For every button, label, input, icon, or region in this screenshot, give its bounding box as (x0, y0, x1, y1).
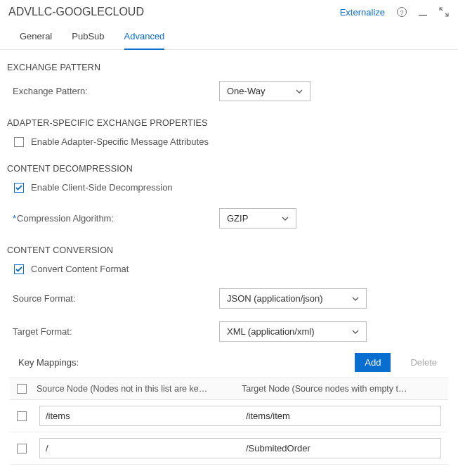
tab-general[interactable]: General (20, 27, 52, 49)
section-log-setting: LOG SETTING (0, 465, 458, 476)
table-row (10, 432, 448, 465)
compression-algo-label: Compression Algorithm: (8, 213, 219, 224)
row-checkbox[interactable] (17, 411, 27, 421)
convert-content-label: Convert Content Format (31, 264, 129, 274)
minimize-icon[interactable] (417, 6, 428, 18)
table-row (10, 400, 448, 432)
tabs: General PubSub Advanced (0, 18, 458, 50)
delete-button[interactable]: Delete (400, 353, 447, 372)
add-button[interactable]: Add (355, 353, 391, 372)
section-content-decomp: CONTENT DECOMPRESSION (0, 151, 458, 178)
exchange-pattern-value: One-Way (227, 86, 265, 96)
target-node-input[interactable] (240, 439, 440, 458)
key-mappings-table: Source Node (Nodes not in this list are … (10, 378, 448, 465)
target-format-select[interactable]: XML (application/xml) (219, 321, 367, 342)
source-node-input[interactable] (40, 406, 240, 425)
select-all-checkbox[interactable] (17, 384, 27, 394)
compression-algo-value: GZIP (227, 213, 248, 224)
chevron-down-icon (282, 215, 289, 222)
convert-content-checkbox[interactable] (14, 264, 24, 274)
enable-adapter-attr-checkbox[interactable] (14, 137, 24, 147)
chevron-down-icon (296, 88, 303, 95)
enable-adapter-attr-label: Enable Adapter-Specific Message Attribut… (31, 136, 209, 147)
target-node-input[interactable] (240, 406, 440, 425)
section-adapter-props: ADAPTER-SPECIFIC EXCHANGE PROPERTIES (0, 105, 458, 132)
svg-text:?: ? (400, 9, 403, 16)
key-mappings-label: Key Mappings: (18, 357, 355, 368)
source-node-input[interactable] (40, 439, 240, 458)
source-format-label: Source Format: (8, 293, 219, 304)
row-checkbox[interactable] (17, 444, 27, 454)
source-format-select[interactable]: JSON (application/json) (219, 288, 367, 309)
externalize-link[interactable]: Externalize (340, 7, 385, 18)
enable-client-decomp-checkbox[interactable] (14, 183, 24, 193)
help-icon[interactable]: ? (396, 6, 407, 18)
tab-advanced[interactable]: Advanced (124, 27, 165, 50)
compression-algo-select[interactable]: GZIP (219, 208, 296, 229)
svg-rect-2 (419, 15, 427, 16)
chevron-down-icon (352, 295, 359, 302)
section-content-conv: CONTENT CONVERSION (0, 233, 458, 259)
column-target-node: Target Node (Source nodes with empty t… (242, 384, 441, 394)
target-format-label: Target Format: (8, 326, 219, 337)
source-format-value: JSON (application/json) (227, 293, 323, 304)
page-title: ADVLLC-GOOGLECLOUD (8, 6, 340, 18)
enable-client-decomp-label: Enable Client-Side Decompression (31, 182, 173, 193)
exchange-pattern-select[interactable]: One-Way (219, 81, 310, 101)
section-exchange-pattern: EXCHANGE PATTERN (0, 50, 458, 77)
chevron-down-icon (352, 328, 359, 335)
target-format-value: XML (application/xml) (227, 326, 315, 337)
expand-icon[interactable] (438, 6, 450, 18)
tab-pubsub[interactable]: PubSub (72, 27, 104, 49)
column-source-node: Source Node (Nodes not in this list are … (37, 384, 242, 394)
exchange-pattern-label: Exchange Pattern: (8, 86, 219, 96)
